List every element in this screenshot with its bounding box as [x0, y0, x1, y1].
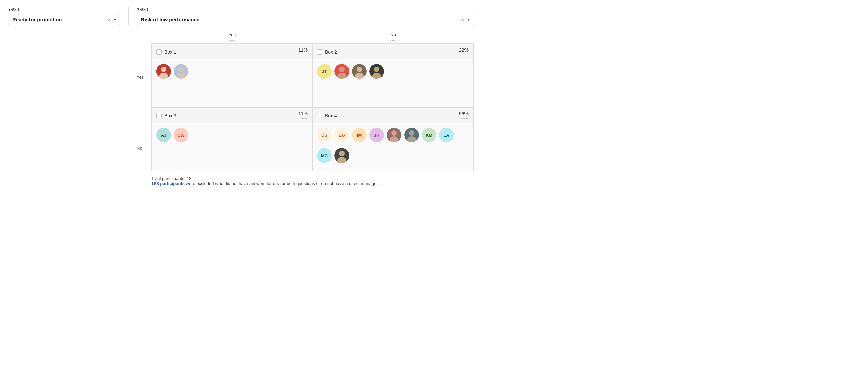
- excluded-bold: 188 participants: [152, 181, 185, 186]
- avatar[interactable]: JT: [317, 64, 332, 79]
- y-row-no: No ----: [137, 146, 149, 155]
- box-2-checkbox[interactable]: [317, 49, 322, 55]
- x-col-yes: Yes ----: [152, 32, 313, 42]
- y-axis-select[interactable]: Ready for promotion × ▾: [8, 14, 120, 26]
- avatar[interactable]: [404, 128, 419, 143]
- box-3-body: AJ CW: [152, 123, 312, 171]
- svg-point-10: [356, 67, 362, 72]
- x-axis-clear-icon[interactable]: ×: [462, 17, 464, 23]
- x-axis-chevron-icon[interactable]: ▾: [467, 18, 469, 22]
- box-3: Box 3 11% ----- AJ CW: [152, 107, 313, 171]
- svg-point-13: [374, 67, 379, 72]
- box-2-header: Box 2 22% -----: [313, 44, 473, 59]
- box-3-header: Box 3 11% -----: [152, 107, 312, 123]
- excluded-note: 188 participants were excluded who did n…: [152, 181, 474, 186]
- avatar[interactable]: [352, 64, 367, 79]
- avatar[interactable]: [156, 64, 171, 79]
- avatar[interactable]: LA: [439, 128, 454, 143]
- avatar[interactable]: [369, 64, 384, 79]
- y-axis-value: Ready for promotion: [12, 17, 104, 23]
- box-4-percent: 56%: [459, 111, 468, 116]
- x-axis-value: Risk of low performance: [141, 17, 458, 23]
- box-4-header: Box 4 56% -----: [313, 107, 473, 123]
- avatar[interactable]: JK: [369, 128, 384, 143]
- box-2: Box 2 22% ----- JT: [313, 43, 473, 107]
- avatar[interactable]: [174, 64, 188, 79]
- x-axis-label: X-axis: [137, 7, 474, 12]
- svg-point-4: [178, 67, 184, 72]
- box-4: Box 4 56% ----- DS EG IM: [313, 107, 473, 171]
- y-axis-clear-icon[interactable]: ×: [108, 17, 111, 23]
- avatar[interactable]: CW: [174, 128, 188, 143]
- x-axis-select[interactable]: Risk of low performance × ▾: [137, 14, 474, 26]
- avatar[interactable]: KM: [422, 128, 436, 143]
- svg-point-22: [339, 151, 344, 156]
- box-2-body: JT: [313, 59, 473, 107]
- avatar[interactable]: MC: [317, 148, 332, 163]
- box-1: Box 1 11% -----: [152, 43, 313, 107]
- box-3-checkbox[interactable]: [156, 113, 161, 118]
- box-2-title: Box 2: [325, 49, 337, 55]
- svg-point-19: [409, 130, 414, 136]
- box-3-title: Box 3: [164, 113, 176, 118]
- y-axis-label: Y-axis: [8, 7, 120, 12]
- total-participants: Total participants: 18: [152, 176, 474, 181]
- avatar[interactable]: [335, 148, 349, 163]
- avatar[interactable]: [335, 64, 349, 79]
- excluded-rest: were excluded who did not have answers f…: [185, 181, 379, 186]
- box-1-checkbox[interactable]: [156, 49, 161, 55]
- avatar[interactable]: AJ: [156, 128, 171, 143]
- y-row-yes: Yes ----: [137, 75, 149, 85]
- box-1-percent: 11%: [298, 47, 308, 53]
- svg-point-16: [392, 130, 397, 136]
- avatar[interactable]: [387, 128, 402, 143]
- footer: Total participants: 18 188 participants …: [152, 176, 474, 186]
- svg-point-1: [161, 67, 166, 72]
- box-4-checkbox[interactable]: [317, 113, 322, 118]
- y-axis-chevron-icon[interactable]: ▾: [114, 18, 116, 22]
- avatar[interactable]: EG: [335, 128, 349, 143]
- box-4-title: Box 4: [325, 113, 337, 118]
- x-col-no: No ----: [313, 32, 474, 42]
- box-1-body: [152, 59, 312, 107]
- box-2-percent: 22%: [459, 47, 468, 53]
- avatar[interactable]: IM: [352, 128, 367, 143]
- box-1-title: Box 1: [164, 49, 176, 55]
- box-4-body: DS EG IM JK KM: [313, 123, 473, 171]
- svg-point-7: [339, 67, 344, 72]
- box-3-percent: 11%: [298, 111, 308, 116]
- avatar[interactable]: DS: [317, 128, 332, 143]
- box-1-header: Box 1 11% -----: [152, 44, 312, 59]
